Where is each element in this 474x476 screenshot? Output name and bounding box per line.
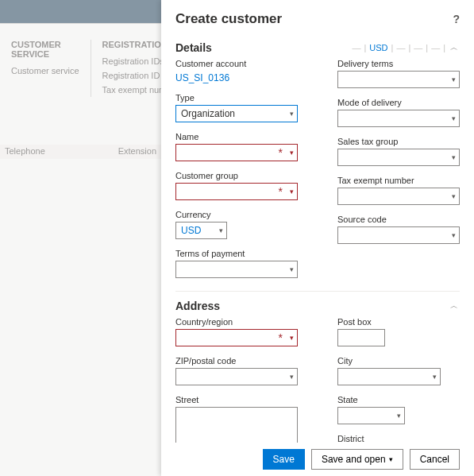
customer-account-label: Customer account [175, 59, 298, 68]
delivery-terms-label: Delivery terms [337, 59, 460, 68]
mode-of-delivery-select[interactable]: ▾ [337, 110, 460, 127]
chevron-down-icon: ▾ [290, 188, 294, 195]
chevron-down-icon: ▾ [290, 373, 294, 381]
type-select[interactable]: Organization ▾ [175, 105, 298, 122]
chevron-down-icon: ▾ [452, 114, 456, 122]
separator-icon: | [426, 43, 428, 52]
city-select[interactable]: ▾ [337, 368, 441, 385]
section-header-address[interactable]: Address ︿ [175, 291, 460, 317]
section-title-details: Details [175, 41, 212, 54]
zip-select[interactable]: ▾ [175, 368, 298, 385]
postbox-input[interactable] [337, 329, 385, 346]
currency-select[interactable]: USD ▾ [175, 222, 227, 239]
city-label: City [337, 356, 460, 366]
separator-icon: | [364, 43, 366, 52]
separator-icon: | [443, 43, 445, 52]
sales-tax-group-label: Sales tax group [337, 137, 460, 146]
chevron-down-icon: ▾ [290, 334, 294, 342]
district-label: District [337, 434, 460, 443]
terms-of-payment-label: Terms of payment [175, 249, 298, 258]
section-title-address: Address [175, 300, 220, 312]
required-icon: * [279, 147, 283, 158]
tax-exempt-number-label: Tax exempt number [337, 176, 460, 185]
panel-footer: Save Save and open▾ Cancel [161, 443, 474, 476]
terms-of-payment-select[interactable]: ▾ [175, 261, 298, 278]
delivery-terms-select[interactable]: ▾ [337, 71, 460, 88]
chevron-down-icon: ▾ [452, 192, 456, 200]
customer-group-label: Customer group [175, 171, 298, 180]
cancel-button[interactable]: Cancel [410, 449, 460, 470]
chevron-up-icon[interactable]: ︿ [449, 42, 460, 53]
create-customer-panel: Create customer ? Details ― | USD | ― | … [161, 0, 474, 476]
postbox-label: Post box [337, 317, 460, 327]
panel-title: Create customer [175, 11, 282, 27]
chevron-down-icon: ▾ [397, 412, 401, 420]
zip-label: ZIP/postal code [175, 356, 298, 366]
chevron-down-icon: ▾ [389, 455, 393, 463]
chevron-down-icon: ▾ [433, 373, 437, 381]
chevron-down-icon: ▾ [452, 75, 456, 83]
bg-link: Customer service [11, 64, 79, 78]
name-label: Name [175, 132, 298, 141]
bg-grid-col1: Telephone [0, 145, 114, 159]
separator-icon: ― [414, 43, 422, 52]
separator-icon: ― [431, 43, 440, 52]
separator-icon: | [408, 43, 410, 52]
source-code-select[interactable]: ▾ [337, 226, 460, 244]
bg-grid-col2: Extension [114, 145, 161, 159]
save-and-open-button[interactable]: Save and open▾ [311, 449, 403, 470]
state-label: State [337, 395, 460, 404]
save-button[interactable]: Save [263, 449, 305, 470]
customer-group-select[interactable]: * ▾ [175, 183, 298, 200]
sales-tax-group-select[interactable]: ▾ [337, 149, 460, 166]
country-region-select[interactable]: * ▾ [175, 329, 298, 346]
type-value: Organization [181, 108, 235, 119]
bg-col1-header: CUSTOMER SERVICE [11, 40, 79, 59]
street-label: Street [175, 395, 298, 404]
panel-body[interactable]: Details ― | USD | ― | ― | ― | ︿ Customer… [161, 33, 474, 443]
separator-icon: | [391, 43, 394, 52]
chevron-up-icon[interactable]: ︿ [449, 300, 460, 312]
help-icon[interactable]: ? [453, 13, 460, 25]
section-header-details[interactable]: Details ― | USD | ― | ― | ― | ︿ [175, 33, 460, 59]
mode-of-delivery-label: Mode of delivery [337, 98, 460, 107]
currency-badge: USD [369, 43, 387, 52]
tax-exempt-number-select[interactable]: ▾ [337, 188, 460, 205]
separator-icon: ― [396, 43, 405, 52]
bg-topbar [0, 0, 161, 24]
separator-icon: ― [352, 43, 360, 52]
currency-label: Currency [175, 210, 298, 219]
source-code-label: Source code [337, 215, 460, 224]
state-select[interactable]: ▾ [337, 407, 405, 424]
chevron-down-icon: ▾ [290, 149, 294, 157]
chevron-down-icon: ▾ [452, 231, 456, 239]
name-input-field[interactable] [181, 147, 283, 158]
chevron-down-icon: ▾ [452, 153, 456, 161]
chevron-down-icon: ▾ [219, 226, 223, 234]
customer-account-value[interactable]: US_SI_0136 [175, 71, 298, 83]
street-textarea[interactable] [175, 407, 298, 443]
chevron-down-icon: ▾ [290, 265, 294, 273]
required-icon: * [279, 332, 283, 343]
required-icon: * [279, 186, 283, 197]
type-label: Type [175, 93, 298, 103]
background-page: CUSTOMER SERVICE Customer service REGIST… [0, 0, 161, 476]
chevron-down-icon: ▾ [290, 110, 294, 118]
currency-value: USD [181, 225, 201, 236]
name-input[interactable]: * ▾ [175, 144, 298, 161]
country-region-label: Country/region [175, 317, 298, 327]
